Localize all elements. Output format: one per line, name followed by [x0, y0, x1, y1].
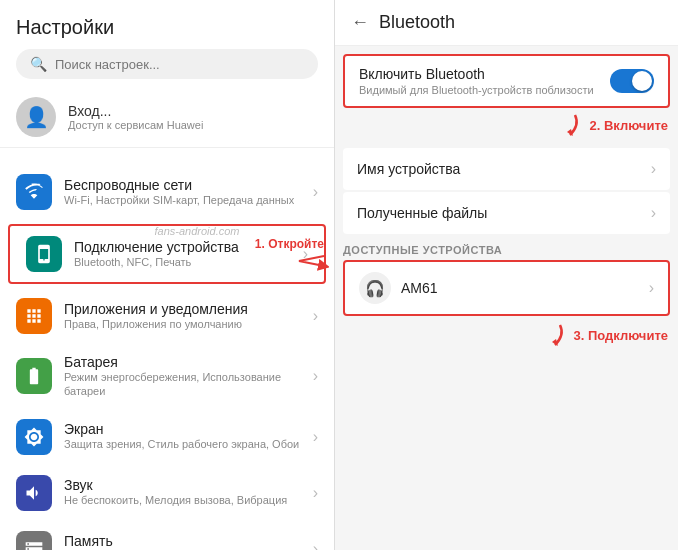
battery-title: Батарея	[64, 354, 301, 370]
bluetooth-content: Включить Bluetooth Видимый для Bluetooth…	[335, 46, 678, 550]
wireless-text: Беспроводные сети Wi-Fi, Настройки SIM-к…	[64, 177, 301, 207]
device-connection-subtitle: Bluetooth, NFC, Печать	[74, 255, 291, 269]
search-box[interactable]: 🔍	[16, 49, 318, 79]
sound-text: Звук Не беспокоить, Мелодия вызова, Вибр…	[64, 477, 301, 507]
battery-text: Батарея Режим энергосбережения, Использо…	[64, 354, 301, 399]
search-input[interactable]	[55, 57, 304, 72]
bluetooth-title: Bluetooth	[379, 12, 455, 33]
available-devices-header: ДОСТУПНЫЕ УСТРОЙСТВА	[343, 244, 670, 256]
battery-icon	[16, 358, 52, 394]
display-text: Экран Защита зрения, Стиль рабочего экра…	[64, 421, 301, 451]
settings-panel: Настройки 🔍 👤 Вход... Доступ к сервисам …	[0, 0, 335, 550]
annotation-3-label: 3. Подключите	[574, 328, 669, 343]
annotation-2-arrow	[555, 110, 585, 140]
sidebar-item-apps[interactable]: Приложения и уведомления Права, Приложен…	[0, 288, 334, 344]
settings-list: Беспроводные сети Wi-Fi, Настройки SIM-к…	[0, 164, 334, 550]
apps-text: Приложения и уведомления Права, Приложен…	[64, 301, 301, 331]
bluetooth-enable-text: Включить Bluetooth Видимый для Bluetooth…	[359, 66, 594, 96]
display-chevron: ›	[313, 428, 318, 446]
sound-icon	[16, 475, 52, 511]
wireless-chevron: ›	[313, 183, 318, 201]
storage-chevron: ›	[313, 540, 318, 550]
device-name-label: Имя устройства	[357, 161, 460, 177]
bluetooth-enable-row: Включить Bluetooth Видимый для Bluetooth…	[359, 66, 654, 96]
bluetooth-toggle[interactable]	[610, 69, 654, 93]
battery-chevron: ›	[313, 367, 318, 385]
sidebar-item-sound[interactable]: Звук Не беспокоить, Мелодия вызова, Вибр…	[0, 465, 334, 521]
storage-icon	[16, 531, 52, 550]
apps-subtitle: Права, Приложения по умолчанию	[64, 317, 301, 331]
annotation-3-arrow	[540, 320, 570, 350]
device-connection-text: Подключение устройства Bluetooth, NFC, П…	[74, 239, 291, 269]
device-am61-icon: 🎧	[359, 272, 391, 304]
sidebar-item-storage[interactable]: Память Память, Очистка памяти ›	[0, 521, 334, 550]
device-connection-title: Подключение устройства	[74, 239, 291, 255]
sound-subtitle: Не беспокоить, Мелодия вызова, Вибрация	[64, 493, 301, 507]
received-files-label: Полученные файлы	[357, 205, 487, 221]
device-connection-chevron: ›	[303, 245, 308, 263]
bluetooth-enable-section: Включить Bluetooth Видимый для Bluetooth…	[343, 54, 670, 108]
display-title: Экран	[64, 421, 301, 437]
account-row[interactable]: 👤 Вход... Доступ к сервисам Huawei	[0, 87, 334, 148]
apps-chevron: ›	[313, 307, 318, 325]
sound-title: Звук	[64, 477, 301, 493]
sidebar-item-battery[interactable]: Батарея Режим энергосбережения, Использо…	[0, 344, 334, 409]
search-icon: 🔍	[30, 56, 47, 72]
device-am61[interactable]: 🎧 AM61 ›	[343, 260, 670, 316]
account-subtitle: Доступ к сервисам Huawei	[68, 119, 203, 131]
avatar: 👤	[16, 97, 56, 137]
device-name-chevron: ›	[651, 160, 656, 178]
right-header: ← Bluetooth	[335, 0, 678, 46]
received-files-item[interactable]: Полученные файлы ›	[343, 192, 670, 234]
settings-title: Настройки	[16, 16, 318, 39]
device-connection-icon	[26, 236, 62, 272]
received-files-chevron: ›	[651, 204, 656, 222]
storage-title: Память	[64, 533, 301, 549]
device-am61-chevron: ›	[649, 279, 654, 297]
display-icon	[16, 419, 52, 455]
bluetooth-panel: ← Bluetooth Включить Bluetooth Видимый д…	[335, 0, 678, 550]
svg-marker-0	[567, 129, 573, 136]
device-name-item[interactable]: Имя устройства ›	[343, 148, 670, 190]
account-name: Вход...	[68, 103, 203, 119]
left-header: Настройки 🔍	[0, 0, 334, 87]
sidebar-item-display[interactable]: Экран Защита зрения, Стиль рабочего экра…	[0, 409, 334, 465]
sound-chevron: ›	[313, 484, 318, 502]
apps-icon	[16, 298, 52, 334]
apps-title: Приложения и уведомления	[64, 301, 301, 317]
wireless-icon	[16, 174, 52, 210]
svg-marker-1	[552, 339, 558, 346]
bluetooth-enable-subtitle: Видимый для Bluetooth-устройств поблизос…	[359, 84, 594, 96]
device-am61-name: AM61	[401, 280, 639, 296]
wireless-title: Беспроводные сети	[64, 177, 301, 193]
wireless-subtitle: Wi-Fi, Настройки SIM-карт, Передача данн…	[64, 193, 301, 207]
sidebar-item-device-connection[interactable]: Подключение устройства Bluetooth, NFC, П…	[8, 224, 326, 284]
battery-subtitle: Режим энергосбережения, Использование ба…	[64, 370, 301, 399]
account-text: Вход... Доступ к сервисам Huawei	[68, 103, 203, 131]
back-button[interactable]: ←	[351, 12, 369, 33]
storage-text: Память Память, Очистка памяти	[64, 533, 301, 550]
display-subtitle: Защита зрения, Стиль рабочего экрана, Об…	[64, 437, 301, 451]
sidebar-item-wireless[interactable]: Беспроводные сети Wi-Fi, Настройки SIM-к…	[0, 164, 334, 220]
annotation-2-label: 2. Включите	[589, 118, 668, 133]
bluetooth-enable-label: Включить Bluetooth	[359, 66, 594, 82]
